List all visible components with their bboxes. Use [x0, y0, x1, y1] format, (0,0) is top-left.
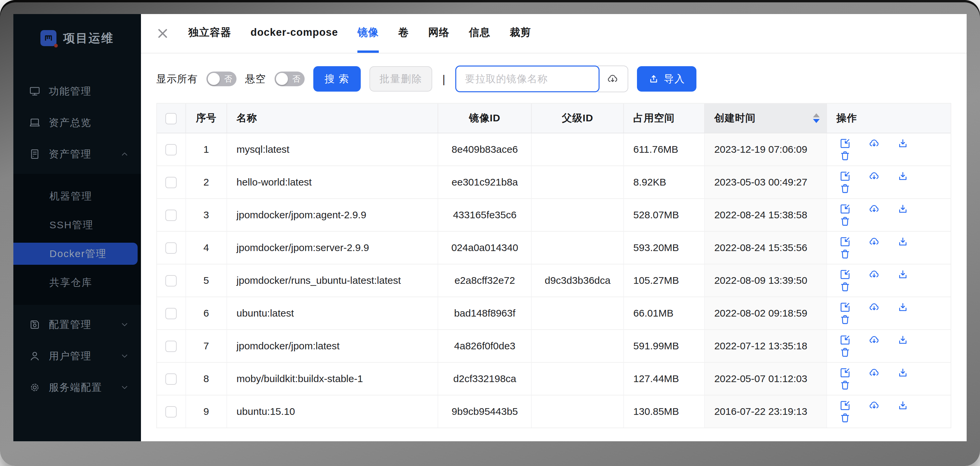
- cell-created-time: 2022-05-07 01:12:03: [705, 362, 827, 395]
- row-checkbox[interactable]: [165, 177, 177, 188]
- main-panel: 独立容器docker-compose镜像卷网络信息裁剪 显示所有 否 悬空 否 …: [141, 14, 967, 441]
- export-image-button[interactable]: [897, 137, 909, 149]
- toolbar: 显示所有 否 悬空 否 搜 索 批量删除 |: [141, 53, 967, 102]
- cloud-update-button[interactable]: [868, 170, 880, 182]
- row-checkbox[interactable]: [165, 210, 177, 221]
- cell-parent-id: [531, 231, 624, 264]
- batch-delete-button[interactable]: 批量删除: [369, 66, 432, 92]
- cloud-update-button[interactable]: [868, 137, 880, 149]
- select-icon: [839, 399, 851, 412]
- row-checkbox[interactable]: [165, 406, 177, 418]
- column-header-no: 序号: [186, 104, 227, 133]
- cloud-download-icon: [868, 301, 880, 313]
- sidebar-item-服务端配置[interactable]: 服务端配置: [13, 376, 141, 399]
- sidebar-subitem-Docker管理[interactable]: Docker管理: [13, 243, 138, 265]
- row-checkbox[interactable]: [165, 275, 177, 286]
- select-image-button[interactable]: [839, 203, 851, 215]
- cell-image-name: jpomdocker/jpom:server-2.9.9: [227, 231, 438, 264]
- cloud-update-button[interactable]: [868, 334, 880, 346]
- tab-镜像[interactable]: 镜像: [357, 14, 379, 53]
- delete-image-button[interactable]: [839, 379, 851, 391]
- cloud-update-button[interactable]: [868, 367, 880, 379]
- select-image-button[interactable]: [839, 137, 851, 149]
- sidebar-item-功能管理[interactable]: 功能管理: [13, 80, 141, 103]
- dangling-switch[interactable]: 否: [275, 72, 305, 86]
- tab-独立容器[interactable]: 独立容器: [188, 14, 231, 53]
- pull-image-input[interactable]: [455, 65, 600, 92]
- column-header-created[interactable]: 创建时间: [705, 104, 827, 133]
- cell-index: 6: [186, 297, 227, 330]
- tab-docker-compose[interactable]: docker-compose: [250, 14, 338, 53]
- select-image-button[interactable]: [839, 268, 851, 281]
- sidebar-item-资产管理[interactable]: 资产管理: [13, 142, 141, 166]
- delete-image-button[interactable]: [839, 346, 851, 358]
- cloud-update-button[interactable]: [868, 268, 880, 281]
- select-image-button[interactable]: [839, 170, 851, 182]
- switch-state-label: 否: [292, 73, 300, 84]
- row-checkbox[interactable]: [165, 341, 177, 352]
- sidebar-item-用户管理[interactable]: 用户管理: [13, 344, 141, 368]
- cell-image-id: bad148f8963f: [438, 297, 531, 330]
- export-image-button[interactable]: [897, 367, 909, 379]
- cell-image-name: moby/buildkit:buildx-stable-1: [227, 362, 438, 395]
- sidebar-subitem-SSH管理[interactable]: SSH管理: [13, 214, 138, 236]
- select-all-checkbox[interactable]: [165, 113, 177, 124]
- close-icon[interactable]: [156, 27, 169, 40]
- cloud-update-button[interactable]: [868, 236, 880, 248]
- export-image-button[interactable]: [897, 236, 909, 248]
- delete-image-button[interactable]: [839, 314, 851, 326]
- select-image-button[interactable]: [839, 334, 851, 346]
- tab-卷[interactable]: 卷: [398, 14, 409, 53]
- sidebar-subitem-共享仓库[interactable]: 共享仓库: [13, 271, 138, 294]
- export-image-button[interactable]: [897, 399, 909, 412]
- export-image-button[interactable]: [897, 301, 909, 313]
- export-image-button[interactable]: [897, 334, 909, 346]
- cloud-update-button[interactable]: [868, 399, 880, 412]
- delete-image-button[interactable]: [839, 182, 851, 195]
- row-checkbox[interactable]: [165, 144, 177, 155]
- cell-size: 130.85MB: [624, 395, 705, 428]
- cell-image-id: 9b9cb95443b5: [438, 395, 531, 428]
- cloud-update-button[interactable]: [868, 301, 880, 313]
- delete-image-button[interactable]: [839, 248, 851, 260]
- cell-parent-id: d9c3d3b36dca: [531, 264, 624, 297]
- cell-parent-id: [531, 133, 624, 166]
- export-image-button[interactable]: [897, 170, 909, 182]
- export-image-button[interactable]: [897, 268, 909, 281]
- images-table: 序号名称镜像ID父级ID占用空间创建时间操作 1 mysql:latest 8e…: [156, 103, 951, 428]
- delete-image-button[interactable]: [839, 215, 851, 227]
- import-button[interactable]: 导入: [637, 66, 697, 92]
- logo-dot: [54, 44, 58, 48]
- app-window: 项目运维 功能管理 资产总览 资产管理 机器管理 SSH管理 Docker管理 …: [13, 14, 967, 441]
- sidebar-item-资产总览[interactable]: 资产总览: [13, 111, 141, 134]
- select-image-button[interactable]: [839, 399, 851, 412]
- row-checkbox[interactable]: [165, 243, 177, 254]
- select-image-button[interactable]: [839, 301, 851, 313]
- logo-row: 项目运维: [13, 14, 141, 49]
- tab-裁剪[interactable]: 裁剪: [510, 14, 531, 53]
- sidebar-subitem-机器管理[interactable]: 机器管理: [13, 185, 138, 207]
- search-button[interactable]: 搜 索: [313, 66, 361, 92]
- select-image-button[interactable]: [839, 367, 851, 379]
- delete-image-button[interactable]: [839, 281, 851, 293]
- tab-网络[interactable]: 网络: [428, 14, 450, 53]
- sidebar-item-配置管理[interactable]: 配置管理: [13, 313, 141, 336]
- select-icon: [839, 334, 851, 346]
- row-checkbox[interactable]: [165, 308, 177, 319]
- pull-image-button[interactable]: [598, 65, 628, 92]
- caret-up-icon: [813, 113, 820, 117]
- table-row: 7 jpomdocker/jpom:latest 4a826f0f0de3 59…: [157, 330, 951, 362]
- cloud-update-button[interactable]: [868, 203, 880, 215]
- cell-created-time: 2023-05-03 00:49:27: [705, 166, 827, 199]
- delete-image-button[interactable]: [839, 150, 851, 162]
- row-checkbox[interactable]: [165, 373, 177, 385]
- select-image-button[interactable]: [839, 236, 851, 248]
- window-frame: 项目运维 功能管理 资产总览 资产管理 机器管理 SSH管理 Docker管理 …: [0, 0, 980, 466]
- screenshot-stage: 项目运维 功能管理 资产总览 资产管理 机器管理 SSH管理 Docker管理 …: [0, 0, 980, 466]
- cell-index: 5: [186, 264, 227, 297]
- delete-image-button[interactable]: [839, 412, 851, 424]
- tab-信息[interactable]: 信息: [469, 14, 490, 53]
- show-all-switch[interactable]: 否: [207, 72, 237, 86]
- export-image-button[interactable]: [897, 203, 909, 215]
- delete-icon: [839, 248, 851, 260]
